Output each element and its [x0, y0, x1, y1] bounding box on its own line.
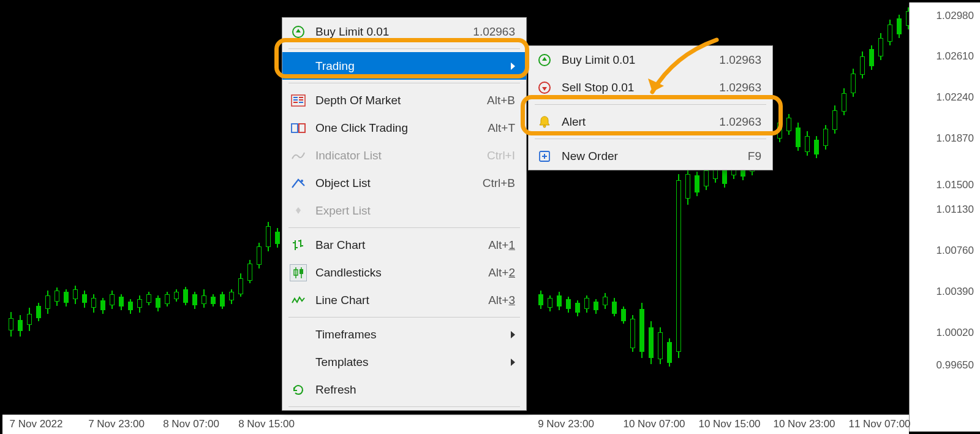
menu-shortcut: Alt+2: [488, 266, 515, 280]
menu-bar-chart[interactable]: Bar Chart Alt+1: [282, 231, 526, 259]
blank-icon: [290, 354, 307, 371]
menu-candlesticks[interactable]: Candlesticks Alt+2: [282, 259, 526, 286]
menu-object-list[interactable]: Object List Ctrl+B: [282, 169, 526, 197]
menu-price: 1.02963: [473, 25, 515, 39]
menu-label: New Order: [562, 150, 729, 163]
alert-bell-icon: [536, 113, 553, 131]
menu-label: Candlesticks: [315, 266, 470, 280]
svg-rect-9: [299, 124, 305, 132]
menu-label: Expert List: [315, 204, 515, 218]
submenu-new-order[interactable]: New Order F9: [529, 142, 772, 170]
svg-rect-2: [293, 97, 298, 98]
menu-separator: [288, 317, 520, 318]
menu-separator: [535, 139, 766, 139]
menu-label: Bar Chart: [315, 238, 470, 252]
bar-chart-icon: [290, 237, 307, 254]
submenu-arrow-icon: [511, 359, 515, 366]
svg-rect-20: [300, 269, 303, 274]
svg-point-10: [301, 180, 303, 182]
menu-label: Alert: [562, 115, 701, 129]
refresh-icon: [290, 381, 307, 398]
menu-shortcut: Alt+3: [488, 294, 515, 307]
menu-shortcut: Ctrl+B: [483, 177, 515, 190]
submenu-alert[interactable]: Alert 1.02963: [529, 108, 772, 135]
svg-rect-5: [299, 97, 303, 98]
menu-label: Object List: [315, 177, 464, 190]
menu-depth-of-market[interactable]: Depth Of Market Alt+B: [282, 86, 526, 114]
depth-icon: [290, 92, 307, 109]
menu-shortcut: Alt+T: [488, 121, 515, 135]
menu-shortcut: F9: [748, 150, 761, 163]
menu-price: 1.02963: [719, 81, 761, 94]
menu-timeframes[interactable]: Timeframes: [282, 321, 526, 348]
one-click-icon: [290, 120, 307, 137]
indicator-icon: [290, 147, 307, 164]
buy-limit-icon: [536, 51, 553, 69]
submenu-arrow-icon: [511, 331, 515, 338]
price-axis: 1.02980 1.02610 1.02240 1.01870 1.01500 …: [909, 2, 980, 432]
svg-point-23: [543, 125, 546, 128]
menu-label: Templates: [315, 356, 499, 369]
menu-shortcut: Alt+1: [488, 238, 515, 252]
menu-shortcut: Ctrl+I: [487, 149, 515, 162]
menu-label: Trading: [315, 59, 499, 73]
svg-rect-4: [293, 102, 298, 103]
menu-separator: [288, 83, 520, 83]
new-order-icon: [536, 148, 553, 165]
menu-buy-limit[interactable]: Buy Limit 0.01 1.02963: [282, 18, 526, 45]
menu-expert-list: Expert List: [282, 197, 526, 224]
menu-separator: [288, 48, 520, 49]
menu-label: One Click Trading: [315, 121, 469, 135]
time-axis: 7 Nov 2022 7 Nov 23:00 8 Nov 07:00 8 Nov…: [2, 414, 909, 434]
menu-separator: [288, 227, 520, 228]
menu-one-click-trading[interactable]: One Click Trading Alt+T: [282, 114, 526, 142]
menu-price: 1.02963: [719, 115, 761, 129]
buy-limit-icon: [290, 23, 307, 40]
menu-shortcut: Alt+B: [487, 94, 515, 107]
blank-icon: [290, 58, 307, 75]
menu-label: Timeframes: [315, 328, 499, 341]
object-list-icon: [290, 175, 307, 192]
menu-trading[interactable]: Trading: [282, 52, 526, 80]
sell-stop-icon: [536, 79, 553, 96]
menu-separator: [288, 406, 520, 407]
expert-icon: [290, 202, 307, 219]
menu-templates[interactable]: Templates: [282, 348, 526, 376]
chart-context-menu: Buy Limit 0.01 1.02963 Trading Depth Of …: [282, 17, 527, 411]
menu-label: Buy Limit 0.01: [315, 25, 454, 39]
svg-rect-8: [292, 124, 298, 132]
annotation-arrow: [637, 37, 723, 104]
menu-label: Refresh: [315, 383, 515, 397]
candlesticks-icon: [290, 264, 307, 281]
menu-label: Depth Of Market: [315, 94, 469, 107]
svg-rect-3: [293, 99, 298, 101]
menu-separator: [535, 104, 766, 105]
menu-price: 1.02963: [719, 53, 761, 67]
menu-label: Indicator List: [315, 149, 469, 162]
menu-label: Line Chart: [315, 294, 470, 307]
svg-rect-6: [299, 99, 303, 101]
blank-icon: [290, 326, 307, 343]
menu-refresh[interactable]: Refresh: [282, 376, 526, 403]
svg-rect-7: [299, 102, 303, 103]
menu-line-chart[interactable]: Line Chart Alt+3: [282, 286, 526, 314]
submenu-arrow-icon: [511, 63, 515, 70]
line-chart-icon: [290, 292, 307, 309]
menu-indicator-list: Indicator List Ctrl+I: [282, 142, 526, 169]
